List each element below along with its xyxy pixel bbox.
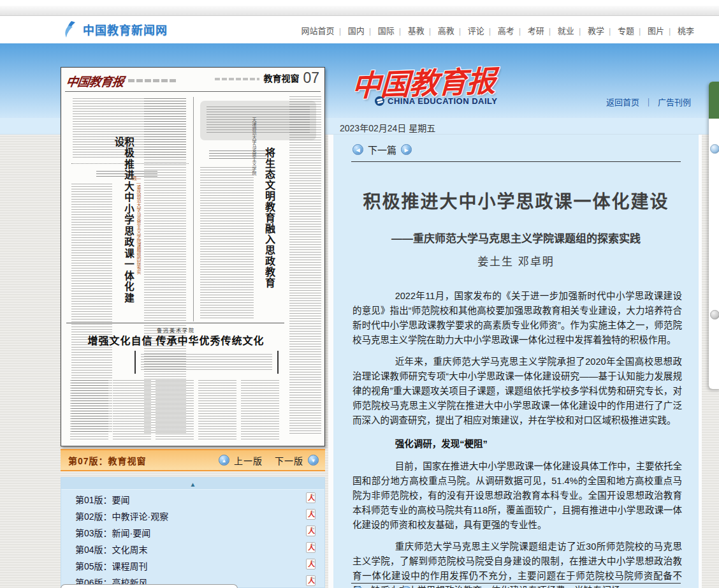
nav-link-taoli[interactable]: 桃李 bbox=[673, 26, 699, 36]
newsprint-text-block bbox=[241, 380, 279, 440]
article-paragraph: 重庆师范大学马克思主义学院课题组走访了近30所师范院校的马克思主义学院，了解到师… bbox=[352, 540, 682, 588]
nav-separator: | bbox=[579, 26, 581, 36]
edition-link-01[interactable]: 第01版：要闻 bbox=[75, 493, 130, 506]
floating-share-panel[interactable] bbox=[709, 82, 719, 389]
page: 中国教育新闻网 网站首页| 国内| 国际| 基教| 高教| 评论| 高考| 考研… bbox=[0, 0, 719, 588]
nav-link-special[interactable]: 专题 bbox=[613, 26, 639, 36]
newsprint-text-block bbox=[156, 380, 194, 440]
newsprint-text-block bbox=[141, 354, 272, 371]
date-text: 2023年02月24日 星期五 bbox=[340, 121, 435, 134]
nav-link-domestic[interactable]: 国内 bbox=[344, 26, 369, 36]
swoosh-logo-icon bbox=[62, 20, 79, 38]
article-paragraph: 近年来，重庆师范大学马克思主义学院承担了2020年全国高校思想政治理论课教师研究… bbox=[352, 355, 682, 428]
paper-headline-right-kicker: 天津师范大学马克思主义学院 bbox=[252, 117, 256, 187]
nav-link-employment[interactable]: 就业 bbox=[553, 26, 579, 36]
list-item: 第03版：新闻·要闻 人 bbox=[61, 523, 324, 540]
nav-separator: | bbox=[669, 26, 671, 36]
share-circle-icon[interactable] bbox=[710, 310, 719, 320]
prev-edition-globe-icon[interactable]: ▲ bbox=[219, 455, 229, 466]
next-article-link[interactable]: 下一篇 bbox=[368, 585, 396, 588]
edition-link-02[interactable]: 第02版：中教评论·观察 bbox=[75, 510, 168, 522]
editions-list-header[interactable]: ▲ bbox=[61, 478, 324, 490]
nav-link-photos[interactable]: 图片 bbox=[643, 26, 669, 36]
nav-link-gaokao[interactable]: 高考 bbox=[493, 26, 519, 36]
list-item: 第02版：中教评论·观察 人 bbox=[61, 506, 324, 523]
newsprint-column-divider bbox=[193, 97, 194, 321]
list-item: 第01版：要闻 人 bbox=[61, 490, 324, 506]
nav-separator: | bbox=[549, 26, 551, 36]
article-bottom-nav: ◀ 下一篇 ▶ bbox=[352, 585, 412, 588]
edition-link-04[interactable]: 第04版：文化周末 bbox=[75, 543, 148, 555]
nav-separator: | bbox=[459, 26, 461, 36]
paper-page-label: 教育视窗 bbox=[263, 71, 299, 84]
list-item: 第05版：课程周刊 人 bbox=[61, 556, 324, 573]
edition-pager-bar: 第07版：教育视窗 ▲ 上一版 下一版 ▼ bbox=[61, 449, 325, 471]
collapse-arrow-icon[interactable]: ▲ bbox=[190, 481, 196, 488]
next-article-globe-icon[interactable]: ▶ bbox=[401, 144, 412, 155]
article-paragraph: 目前，国家在推进大中小学思政课一体化建设具体工作中，主要依托全国和部分地方高校重… bbox=[352, 459, 682, 533]
edition-link-05[interactable]: 第05版：课程周刊 bbox=[75, 559, 148, 572]
paper-page-number: 07 bbox=[303, 71, 319, 84]
paper-headline-main: 积极推进大中小学思政课一体化建设 bbox=[113, 136, 133, 305]
prev-article-globe-icon[interactable]: ◀ bbox=[352, 144, 363, 155]
nav-separator: | bbox=[429, 26, 431, 36]
paper-rule bbox=[65, 91, 321, 92]
nav-link-higher-edu[interactable]: 高教 bbox=[433, 26, 459, 36]
pdf-icon[interactable]: 人 bbox=[306, 559, 316, 570]
header-links: 返回首页｜广告刊例 bbox=[606, 96, 691, 108]
next-article-globe-icon[interactable]: ▶ bbox=[401, 586, 412, 588]
nav-link-commentary[interactable]: 评论 bbox=[463, 26, 489, 36]
edition-link-03[interactable]: 第03版：新闻·要闻 bbox=[75, 526, 150, 539]
paper-page-info: 教育视窗 07 bbox=[215, 71, 319, 84]
article-divider bbox=[351, 161, 681, 162]
next-edition-globe-icon[interactable]: ▼ bbox=[308, 455, 319, 466]
newsprint-text-block bbox=[289, 96, 321, 436]
article-title: 积极推进大中小学思政课一体化建设 bbox=[333, 187, 699, 213]
nav-separator: | bbox=[369, 26, 371, 36]
site-logo-text: 中国教育新闻网 bbox=[83, 21, 168, 38]
ced-en-text: CHINA EDUCATION DAILY bbox=[388, 96, 498, 106]
article-body: 2022年11月，国家发布的《关于进一步加强新时代中小学思政课建设的意见》指出“… bbox=[352, 289, 682, 588]
newspaper-page-image[interactable]: 中国教育报 教育视窗 07 积极推进大中小学思政课一体化建设 ——重庆师范大学马… bbox=[61, 67, 325, 446]
paper-headline-bottom: 增强文化自信 传承中华优秀传统文化 bbox=[68, 332, 284, 348]
pdf-icon[interactable]: 人 bbox=[306, 492, 316, 503]
nav-link-home[interactable]: 网站首页 bbox=[297, 26, 339, 36]
nav-separator: | bbox=[339, 26, 341, 36]
pdf-icon[interactable]: 人 bbox=[306, 526, 316, 536]
nav-separator: | bbox=[639, 26, 641, 36]
editions-list-panel: ▲ 第01版：要闻 人 第02版：中教评论·观察 人 第03版：新闻·要闻 人 … bbox=[61, 477, 325, 588]
top-strip bbox=[0, 6, 719, 16]
primary-nav: 网站首页| 国内| 国际| 基教| 高教| 评论| 高考| 考研| 就业| 教学… bbox=[297, 24, 699, 36]
share-globe-icon[interactable] bbox=[710, 144, 719, 154]
newsprint-subhead-block bbox=[209, 151, 266, 161]
newsprint-text-block bbox=[200, 167, 254, 319]
floating-panel-header[interactable] bbox=[709, 82, 719, 119]
prev-article-globe-icon[interactable]: ◀ bbox=[352, 586, 363, 588]
header-link-separator: ｜ bbox=[639, 98, 658, 107]
next-article-link[interactable]: 下一篇 bbox=[368, 143, 396, 156]
nav-link-international[interactable]: 国际 bbox=[374, 26, 399, 36]
prev-edition-link[interactable]: 上一版 bbox=[234, 454, 263, 467]
pdf-icon[interactable]: 人 bbox=[306, 542, 316, 553]
pdf-icon[interactable]: 人 bbox=[306, 509, 316, 520]
back-home-link[interactable]: 返回首页 bbox=[606, 98, 639, 107]
current-edition-label: 第07版：教育视窗 bbox=[68, 454, 147, 467]
ad-rates-link[interactable]: 广告刊例 bbox=[658, 98, 691, 107]
nav-separator: | bbox=[399, 26, 401, 36]
top-navigation-bar: 中国教育新闻网 网站首页| 国内| 国际| 基教| 高教| 评论| 高考| 考研… bbox=[0, 16, 719, 43]
edition-pager-controls: ▲ 上一版 下一版 ▼ bbox=[219, 454, 319, 467]
site-logo[interactable]: 中国教育新闻网 bbox=[62, 20, 168, 38]
nav-separator: | bbox=[519, 26, 521, 36]
nav-separator: | bbox=[609, 26, 611, 36]
next-edition-link[interactable]: 下一版 bbox=[275, 454, 303, 467]
clipped-popup-edge bbox=[61, 584, 238, 588]
newsprint-text-block bbox=[70, 380, 108, 440]
nav-link-kaoyan[interactable]: 考研 bbox=[523, 26, 549, 36]
nav-link-basic-edu[interactable]: 基教 bbox=[403, 26, 429, 36]
paper-headline-main-sub: ——重庆师范大学马克思主义学院课题组的探索实践 bbox=[132, 176, 141, 275]
newsprint-section-rule bbox=[66, 323, 284, 323]
pdf-icon[interactable]: 人 bbox=[306, 575, 316, 586]
newspaper-brand-en: CHINA EDUCATION DAILY bbox=[375, 96, 498, 106]
paper-headline-right: 将生态文明教育融入思政教育 bbox=[264, 147, 274, 294]
nav-link-teaching[interactable]: 教学 bbox=[583, 26, 609, 36]
